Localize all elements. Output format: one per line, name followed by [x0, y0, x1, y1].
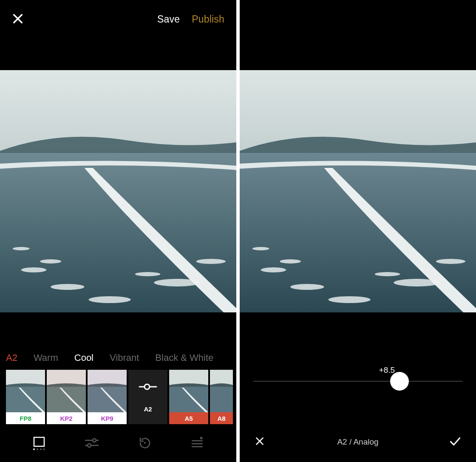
svg-point-36	[394, 279, 440, 286]
filter-thumb-label: KP9	[88, 412, 127, 424]
svg-point-35	[329, 296, 371, 303]
top-bar: Save Publish	[0, 0, 236, 38]
filter-thumb-label: A5	[169, 412, 208, 424]
tool-recipes-icon[interactable]	[190, 436, 204, 451]
svg-point-24	[93, 439, 96, 442]
cat-vibrant[interactable]: Vibrant	[110, 352, 139, 363]
photo-preview[interactable]	[0, 70, 236, 312]
confirm-icon[interactable]	[449, 436, 462, 448]
strength-slider[interactable]: +8.5	[253, 378, 462, 382]
svg-point-17	[144, 384, 150, 389]
adjust-icon	[139, 382, 157, 394]
svg-point-2	[21, 267, 47, 272]
filter-thumb-selected-a2[interactable]: A2	[128, 370, 167, 424]
svg-point-4	[89, 296, 131, 303]
svg-point-34	[290, 284, 324, 290]
close-icon[interactable]	[12, 13, 25, 26]
publish-button[interactable]: Publish	[192, 14, 224, 25]
svg-point-37	[436, 259, 466, 264]
svg-point-26	[88, 444, 91, 447]
cat-a2[interactable]: A2	[6, 352, 17, 363]
photo-preview[interactable]	[240, 70, 476, 312]
filter-thumb-kp2[interactable]: KP2	[47, 370, 86, 424]
filter-thumbnail-row[interactable]: FP8 KP2	[0, 370, 236, 425]
filter-thumb-label: KP2	[47, 412, 86, 424]
svg-rect-21	[210, 387, 233, 412]
filter-category-bar: A2 Warm Cool Vibrant Black & White	[0, 349, 236, 366]
tool-sliders-icon[interactable]	[84, 436, 99, 451]
tool-history-icon[interactable]	[138, 436, 152, 452]
filter-thumb-kp9[interactable]: KP9	[88, 370, 127, 424]
filter-thumb-a5[interactable]: A5	[169, 370, 208, 424]
filter-thumb-label: A8	[210, 412, 233, 424]
editor-pane-filters: Save Publish	[0, 0, 236, 462]
cat-bw[interactable]: Black & White	[155, 352, 213, 363]
toolbar-dots	[32, 448, 46, 450]
filter-thumb-a8[interactable]: A8	[210, 370, 233, 424]
strength-bottom-bar: A2 / Analog	[240, 427, 476, 457]
filter-name-label: A2 / Analog	[240, 437, 476, 447]
svg-point-8	[40, 259, 61, 264]
cancel-icon[interactable]	[254, 436, 265, 448]
svg-point-40	[375, 272, 400, 276]
cat-warm[interactable]: Warm	[34, 352, 58, 363]
svg-point-7	[13, 247, 30, 250]
svg-point-33	[261, 267, 286, 272]
svg-point-6	[196, 259, 226, 264]
svg-rect-22	[34, 437, 44, 446]
filter-thumb-label: A2	[144, 405, 152, 413]
svg-point-39	[280, 259, 301, 264]
svg-point-38	[252, 247, 269, 250]
tool-presets-icon[interactable]	[32, 436, 46, 452]
svg-point-5	[154, 279, 200, 286]
editor-pane-strength: +8.5 A2 / Analog	[240, 0, 476, 462]
slider-knob[interactable]	[390, 372, 409, 391]
bottom-toolbar	[0, 430, 236, 457]
slider-track[interactable]	[253, 381, 462, 382]
filter-thumb-label: FP8	[6, 412, 45, 424]
svg-point-27	[144, 442, 146, 444]
save-button[interactable]: Save	[157, 14, 180, 25]
filter-thumb-fp8[interactable]: FP8	[6, 370, 45, 424]
cat-cool[interactable]: Cool	[74, 352, 94, 363]
svg-point-3	[51, 284, 84, 290]
svg-point-9	[135, 272, 161, 276]
